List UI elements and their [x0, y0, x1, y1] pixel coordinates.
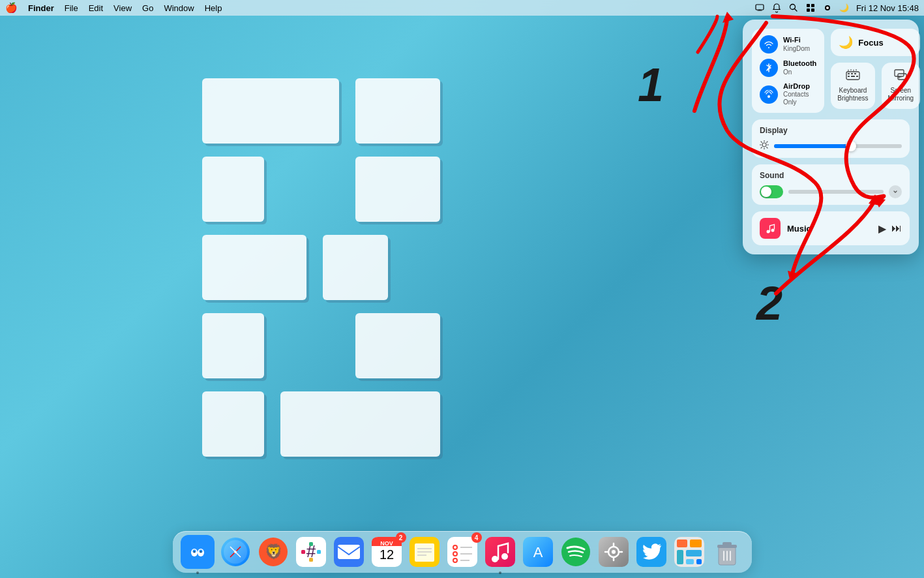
dock-notes[interactable]: [408, 535, 441, 569]
sound-expand-button[interactable]: [889, 185, 902, 198]
calendar-badge: 2: [396, 532, 406, 543]
svg-point-32: [767, 230, 770, 234]
svg-rect-21: [895, 70, 904, 76]
svg-rect-5: [807, 8, 810, 12]
screen-mirroring-button[interactable]: ScreenMirroring: [882, 63, 920, 109]
spotlight-icon[interactable]: [788, 3, 799, 13]
music-app-icon: [760, 218, 781, 239]
airdrop-text: AirDrop Contacts Only: [783, 82, 816, 106]
cc-airdrop-item[interactable]: AirDrop Contacts Only: [760, 82, 816, 106]
app-name[interactable]: Finder: [28, 3, 54, 13]
svg-point-84: [561, 538, 590, 566]
wifi-label: Wi-Fi: [783, 36, 810, 44]
forward-button[interactable]: ⏭: [891, 222, 902, 234]
desktop-artwork: [202, 78, 502, 483]
svg-line-2: [794, 9, 797, 12]
svg-text:🦁: 🦁: [264, 543, 282, 560]
datetime: Fri 12 Nov 15:48: [856, 3, 919, 13]
dock-finder[interactable]: [181, 535, 215, 569]
svg-line-30: [767, 142, 768, 142]
keyboard-brightness-label: KeyboardBrightness: [837, 87, 868, 102]
menu-edit[interactable]: Edit: [89, 3, 103, 13]
music-dot: [499, 571, 501, 574]
music-app-label: Music: [787, 224, 872, 234]
svg-text:2: 2: [755, 277, 782, 329]
svg-point-81: [501, 553, 508, 560]
dock-slack[interactable]: #: [294, 535, 328, 569]
svg-rect-4: [811, 4, 814, 7]
screen-mirroring-icon: [893, 69, 908, 84]
menu-help[interactable]: Help: [205, 3, 222, 13]
svg-rect-99: [696, 559, 702, 564]
svg-rect-0: [756, 5, 764, 10]
dock-system-prefs[interactable]: [597, 535, 631, 569]
screen-record-icon[interactable]: [822, 3, 833, 13]
dock-appstore[interactable]: A: [521, 535, 555, 569]
display-label: Display: [760, 126, 902, 135]
svg-point-23: [762, 143, 766, 147]
dock-mail[interactable]: [332, 535, 366, 569]
display-slider[interactable]: [774, 144, 902, 148]
wifi-network: KingDom: [783, 45, 810, 53]
sound-toggle-knob: [761, 187, 771, 197]
notification-icon[interactable]: [771, 3, 782, 13]
sound-label: Sound: [760, 171, 902, 180]
menu-go[interactable]: Go: [142, 3, 153, 13]
svg-rect-94: [677, 540, 687, 547]
svg-point-45: [194, 551, 195, 553]
dock-twitter[interactable]: [634, 535, 668, 569]
sound-slider[interactable]: [788, 190, 884, 194]
svg-rect-79: [485, 537, 515, 567]
menu-file[interactable]: File: [65, 3, 78, 13]
dock-mosaic[interactable]: [672, 535, 706, 569]
svg-line-31: [761, 147, 762, 148]
svg-rect-3: [807, 4, 810, 7]
play-button[interactable]: ▶: [878, 222, 886, 235]
menubar-left: 🍎 Finder File Edit View Go Window Help: [5, 2, 222, 14]
screen-share-icon[interactable]: [754, 3, 765, 13]
cc-focus-button[interactable]: 🌙 Focus: [831, 29, 920, 56]
music-section: Music ▶ ⏭: [752, 211, 910, 245]
sound-slider-row: [760, 185, 902, 198]
dock-safari[interactable]: [218, 535, 252, 569]
wifi-text: Wi-Fi KingDom: [783, 36, 810, 52]
menu-view[interactable]: View: [113, 3, 132, 13]
svg-text:A: A: [533, 544, 543, 560]
svg-rect-68: [415, 543, 434, 562]
cc-right-col: 🌙 Focus: [831, 29, 920, 113]
control-center-icon[interactable]: [805, 3, 816, 13]
wifi-icon: [760, 35, 778, 53]
apple-menu[interactable]: 🍎: [5, 2, 18, 14]
keyboard-brightness-button[interactable]: KeyboardBrightness: [831, 63, 874, 109]
dock-brave[interactable]: 🦁: [256, 535, 290, 569]
menubar-right: 🌙 Fri 12 Nov 15:48: [754, 3, 919, 13]
cc-wifi-item[interactable]: Wi-Fi KingDom: [760, 35, 816, 53]
bluetooth-icon: [760, 59, 778, 77]
dock-spotify[interactable]: [559, 535, 593, 569]
dock-reminders[interactable]: 4: [445, 535, 479, 569]
sound-toggle[interactable]: [760, 185, 783, 198]
desktop: 🍎 Finder File Edit View Go Window Help: [0, 0, 924, 578]
svg-rect-58: [309, 542, 313, 546]
svg-rect-57: [317, 550, 321, 554]
dock-music[interactable]: [483, 535, 517, 569]
svg-point-9: [768, 95, 770, 98]
svg-rect-16: [856, 76, 858, 77]
cc-top-row: Wi-Fi KingDom Bluetooth On: [752, 29, 910, 113]
reminders-badge: 4: [471, 532, 482, 543]
svg-rect-15: [851, 76, 855, 77]
menu-window[interactable]: Window: [164, 3, 194, 13]
svg-line-28: [761, 142, 762, 142]
svg-line-29: [767, 147, 768, 148]
svg-rect-6: [811, 8, 814, 12]
svg-point-8: [826, 7, 829, 9]
svg-rect-56: [301, 550, 305, 554]
svg-rect-12: [851, 73, 853, 74]
focus-icon[interactable]: 🌙: [839, 3, 850, 13]
dock-trash[interactable]: [710, 535, 744, 569]
svg-point-51: [234, 551, 237, 553]
dock-calendar[interactable]: NOV 12 2: [370, 535, 404, 569]
menubar: 🍎 Finder File Edit View Go Window Help: [0, 0, 924, 16]
bluetooth-status: On: [783, 68, 816, 76]
cc-bluetooth-item[interactable]: Bluetooth On: [760, 59, 816, 77]
